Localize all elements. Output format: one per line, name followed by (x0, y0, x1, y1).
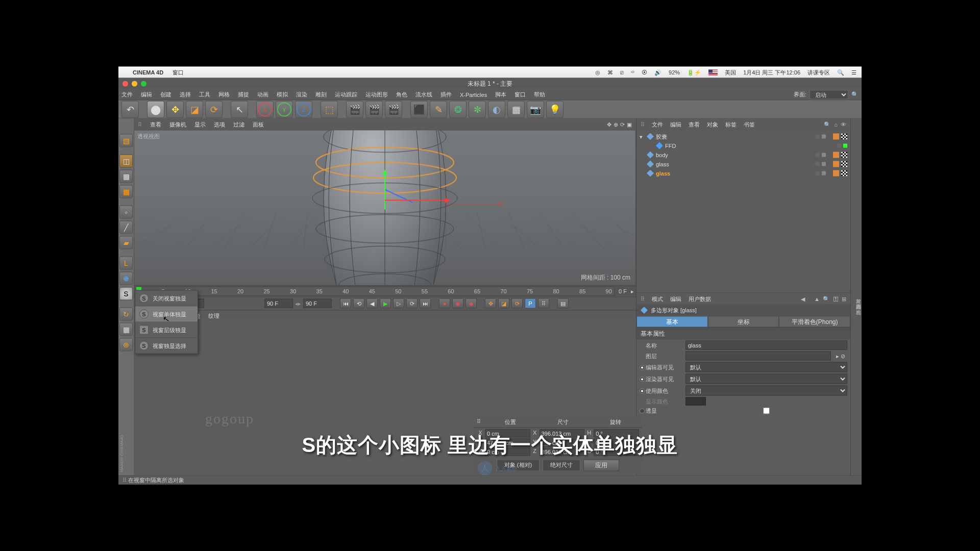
om-home-icon[interactable]: ⌂ (834, 121, 838, 128)
vp-nav-icon[interactable]: ⟳ (620, 121, 625, 128)
tweak-button[interactable]: ↻ (119, 308, 133, 321)
menu-select[interactable]: 选择 (180, 91, 191, 98)
render-settings-button[interactable]: 🎬 (385, 101, 402, 118)
menu-file[interactable]: 文件 (121, 91, 133, 98)
attr-search-icon[interactable]: 🔍 (823, 295, 830, 302)
menu-plugins[interactable]: 插件 (440, 91, 452, 98)
bulb-button[interactable]: 💡 (546, 101, 564, 118)
tag-icon[interactable] (841, 161, 847, 167)
perspective-viewport[interactable]: 透视视图 (134, 130, 636, 286)
key-rot-button[interactable]: ⟳ (511, 298, 523, 309)
vp-nav-icon[interactable]: ▣ (627, 121, 632, 128)
menu-xparticles[interactable]: X-Particles (460, 91, 487, 97)
next-frame-button[interactable]: ▷ (393, 298, 404, 309)
om-search-icon[interactable]: 🔍 (824, 121, 831, 128)
vp-menu-filter[interactable]: 过滤 (233, 120, 244, 128)
om-menu-bookmarks[interactable]: 书签 (744, 120, 755, 128)
x-axis-toggle[interactable]: X (256, 101, 274, 118)
om-row-glass1[interactable]: glass (640, 160, 847, 169)
gizmo-y-axis[interactable] (384, 173, 385, 209)
flyout-item-hier-solo[interactable]: S 视窗层级独显 (135, 322, 198, 338)
menu-motiontrack[interactable]: 运动跟踪 (335, 91, 357, 98)
timeline-ruler[interactable]: 0510 152025 303540 455055 606570 758085 … (134, 285, 636, 296)
attr-name-input[interactable] (685, 341, 847, 350)
autokey-button[interactable]: ◉ (452, 298, 463, 309)
poly-mode-button[interactable]: ▰ (119, 236, 133, 249)
menu-tools[interactable]: 工具 (199, 91, 210, 98)
tag-icon[interactable] (833, 161, 839, 167)
menu-edit[interactable]: 编辑 (141, 91, 152, 98)
tag-icon[interactable] (841, 170, 847, 177)
om-row-capsule[interactable]: ▾ 胶囊 (640, 132, 847, 141)
recent-tool[interactable]: ↖ (231, 101, 248, 118)
prev-key-button[interactable]: ⟲ (353, 298, 364, 309)
point-mode-button[interactable]: ▫ (119, 206, 133, 219)
om-menu-object[interactable]: 对象 (707, 120, 718, 128)
primitive-cube-button[interactable]: ⬛ (410, 101, 428, 118)
play-button[interactable]: ▶ (380, 298, 391, 309)
key-pos-button[interactable]: ✥ (485, 298, 496, 309)
render-view-button[interactable]: 🎬 (346, 101, 363, 118)
attr-menu-userdata[interactable]: 用户数据 (689, 295, 711, 303)
close-window-button[interactable] (122, 81, 128, 86)
menu-sculpt[interactable]: 雕刻 (315, 91, 327, 98)
om-menu-tags[interactable]: 标签 (725, 120, 737, 128)
search-icon[interactable]: 🔍 (851, 91, 859, 98)
tag-icon[interactable] (833, 170, 839, 177)
menu-create[interactable]: 创建 (160, 91, 172, 98)
attr-color-swatch[interactable] (685, 397, 706, 406)
app-name[interactable]: CINEMA 4D (133, 69, 163, 76)
scale-tool[interactable]: ◪ (186, 101, 203, 118)
prev-frame-button[interactable]: ◀ (366, 298, 378, 309)
flyout-item-sel-solo[interactable]: S 视窗独显选择 (135, 338, 198, 354)
lock-button[interactable]: ⊚ (119, 338, 133, 352)
vp-menu-options[interactable]: 选项 (214, 120, 225, 128)
attr-usecol-select[interactable]: 关闭 (685, 386, 847, 396)
menu-help[interactable]: 帮助 (534, 91, 545, 98)
model-mode-button[interactable]: ◫ (119, 155, 133, 168)
vp-menu-camera[interactable]: 摄像机 (169, 120, 186, 128)
menu-mesh[interactable]: 网格 (218, 91, 230, 98)
coord-system-toggle[interactable]: ⬚ (321, 101, 338, 118)
layout-selector[interactable]: 启动 (810, 90, 848, 99)
om-menu-edit[interactable]: 编辑 (670, 120, 681, 128)
menu-render[interactable]: 渲染 (296, 91, 307, 98)
tab-phong[interactable]: 平滑着色(Phong) (779, 316, 850, 328)
attr-lock-icon[interactable]: ⚿ (833, 295, 839, 302)
vp-nav-icon[interactable]: ✥ (607, 121, 611, 128)
render-pv-button[interactable]: 🎬 (365, 101, 383, 118)
object-manager-tree[interactable]: ▾ 胶囊 FFD body glass (636, 130, 850, 293)
om-menu-file[interactable]: 文件 (652, 120, 663, 128)
spline-pen-button[interactable]: ✎ (430, 101, 447, 118)
key-scale-button[interactable]: ◪ (498, 298, 509, 309)
vp-nav-icon[interactable]: ⊕ (614, 121, 618, 128)
tag-icon[interactable] (833, 134, 839, 140)
om-eye-icon[interactable]: 👁 (841, 121, 846, 128)
menu-script[interactable]: 脚本 (495, 91, 506, 98)
om-row-glass2[interactable]: glass (640, 169, 847, 178)
key-pla-button[interactable]: ⠿ (538, 298, 549, 309)
workplane-mode-button[interactable]: ▦ (119, 185, 133, 198)
menu-mograph[interactable]: 运动图形 (365, 91, 388, 98)
y-axis-toggle[interactable]: Y (276, 101, 293, 118)
menu-simulate[interactable]: 模拟 (277, 91, 288, 98)
texture-mode-button[interactable]: ▩ (119, 170, 133, 183)
attr-nav-prev-icon[interactable]: ◀ (801, 295, 805, 302)
camera-button[interactable]: ▦ (507, 101, 525, 118)
attr-rvis-select[interactable]: 默认 (685, 374, 847, 384)
menu-animate[interactable]: 动画 (257, 91, 268, 98)
light-button[interactable]: 📷 (527, 101, 544, 118)
mat-menu-tex[interactable]: 纹理 (208, 312, 219, 319)
option-button[interactable]: ▤ (557, 298, 569, 309)
om-menu-view[interactable]: 查看 (689, 120, 700, 128)
rotate-tool[interactable]: ⟳ (205, 101, 223, 118)
goto-start-button[interactable]: ⏮ (340, 298, 351, 309)
snap-button[interactable]: ▦ (119, 323, 133, 336)
edge-mode-button[interactable]: ╱ (119, 221, 133, 234)
environment-button[interactable]: ◐ (488, 101, 505, 118)
keyframe-button[interactable]: ◆ (465, 298, 477, 309)
menu-window[interactable]: 窗口 (514, 91, 526, 98)
attr-edvis-select[interactable]: 默认 (685, 362, 847, 372)
menu-icon[interactable]: ☰ (851, 69, 856, 76)
make-editable-button[interactable]: ▧ (119, 134, 133, 147)
